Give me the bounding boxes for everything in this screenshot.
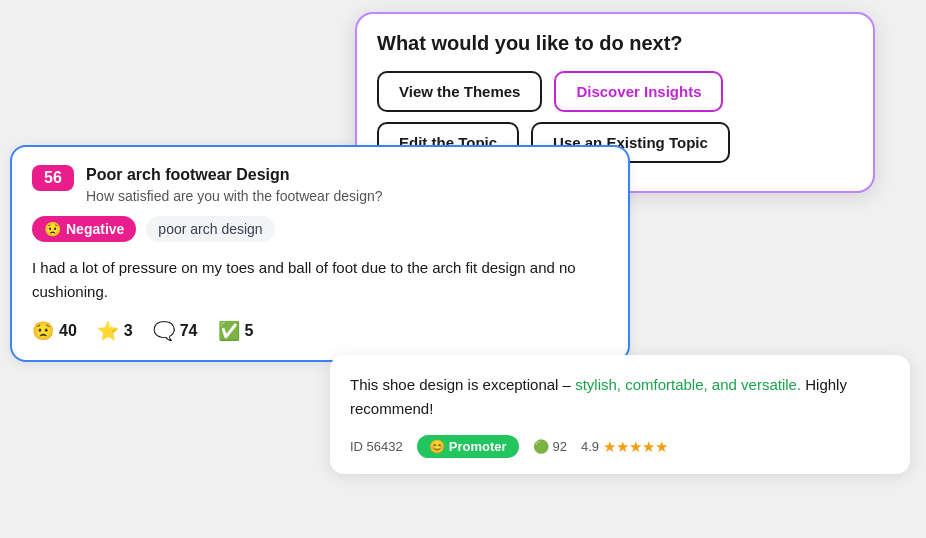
- review-meta: ID 56432 😊 Promoter 🟢 92 4.9 ★★★★★: [350, 435, 890, 458]
- review-id: ID 56432: [350, 439, 403, 454]
- popup-title: What would you like to do next?: [377, 32, 853, 55]
- topic-header: 56 Poor arch footwear Design How satisfi…: [32, 165, 608, 204]
- discover-insights-button[interactable]: Discover Insights: [554, 71, 723, 112]
- promoter-icon: 😊: [429, 439, 445, 454]
- negative-icon: 😟: [44, 221, 61, 237]
- stats-row: 😟 40 ⭐ 3 🗨️ 74 ✅ 5: [32, 320, 608, 342]
- tags-row: 😟 Negative poor arch design: [32, 216, 608, 242]
- negative-tag: 😟 Negative: [32, 216, 136, 242]
- review-rating: 4.9 ★★★★★: [581, 438, 668, 456]
- review-text-before: This shoe design is exceptional –: [350, 376, 575, 393]
- stat-comment: 🗨️ 74: [153, 320, 198, 342]
- topic-body-text: I had a lot of pressure on my toes and b…: [32, 256, 608, 304]
- review-score: 🟢 92: [533, 439, 567, 454]
- view-themes-button[interactable]: View the Themes: [377, 71, 542, 112]
- promoter-badge: 😊 Promoter: [417, 435, 519, 458]
- stat-unhappy: 😟 40: [32, 320, 77, 342]
- topic-title: Poor arch footwear Design: [86, 165, 383, 186]
- review-highlight: stylish, comfortable, and versatile.: [575, 376, 801, 393]
- score-icon: 🟢: [533, 439, 549, 454]
- review-card: This shoe design is exceptional – stylis…: [330, 355, 910, 474]
- review-text: This shoe design is exceptional – stylis…: [350, 373, 890, 421]
- arch-design-tag: poor arch design: [146, 216, 274, 242]
- topic-card: 56 Poor arch footwear Design How satisfi…: [10, 145, 630, 362]
- topic-title-block: Poor arch footwear Design How satisfied …: [86, 165, 383, 204]
- unhappy-icon: 😟: [32, 320, 54, 342]
- topic-subtitle: How satisfied are you with the footwear …: [86, 188, 383, 204]
- star-icon: ⭐: [97, 320, 119, 342]
- stars-icon: ★★★★★: [603, 438, 668, 456]
- topic-id-badge: 56: [32, 165, 74, 191]
- stat-check: ✅ 5: [218, 320, 254, 342]
- popup-top-row: View the Themes Discover Insights: [377, 71, 853, 112]
- comment-icon: 🗨️: [153, 320, 175, 342]
- check-icon: ✅: [218, 320, 240, 342]
- stat-star: ⭐ 3: [97, 320, 133, 342]
